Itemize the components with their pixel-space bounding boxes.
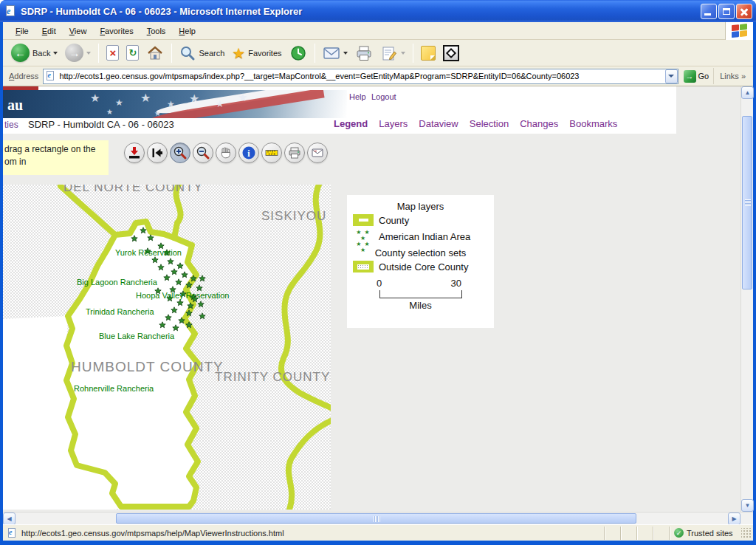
back-icon: ← <box>11 44 30 62</box>
edit-dropdown-icon[interactable] <box>401 52 405 55</box>
vertical-scroll-thumb[interactable] <box>742 116 752 289</box>
menu-edit[interactable]: Edit <box>35 24 63 38</box>
horizontal-scrollbar[interactable]: ◀ ▶ <box>3 512 753 524</box>
edit-page-icon <box>380 45 398 61</box>
favorites-button[interactable]: ★ Favorites <box>228 42 285 64</box>
forward-button[interactable]: → <box>61 42 94 64</box>
stop-button[interactable]: × <box>103 42 123 64</box>
outside-core-swatch <box>353 261 374 272</box>
resize-grip[interactable] <box>741 528 752 538</box>
county-label-del-norte: DEL NORTE COUNTY <box>63 185 203 195</box>
vertical-scrollbar[interactable]: ▲ ▼ <box>740 86 753 512</box>
scale-end: 30 <box>451 278 461 289</box>
menu-favorites[interactable]: Favorites <box>93 24 140 38</box>
logout-link[interactable]: Logout <box>371 92 396 101</box>
vertical-scroll-track[interactable] <box>741 99 753 499</box>
identify-icon: i <box>241 145 256 160</box>
breadcrumb-partial[interactable]: ties <box>4 120 18 130</box>
tab-bookmarks[interactable]: Bookmarks <box>569 118 617 129</box>
map-svg <box>3 185 331 510</box>
search-label: Search <box>199 49 224 58</box>
svg-text:1 2 3: 1 2 3 <box>268 152 275 156</box>
legend-item-aia: ★ ★ ★ ★ ★ ★ American Indian Area <box>347 228 494 244</box>
zoom-out-button[interactable] <box>193 143 213 163</box>
mail-button[interactable] <box>319 42 351 64</box>
measure-button[interactable]: 1 2 3 <box>261 143 282 163</box>
scrollbar-corner <box>740 513 753 525</box>
scroll-left-button[interactable]: ◀ <box>3 513 16 525</box>
menu-view[interactable]: View <box>63 24 94 38</box>
menu-file[interactable]: File <box>9 24 35 38</box>
scale-numbers: 0 30 <box>347 275 494 289</box>
status-pane <box>653 527 669 540</box>
pan-button[interactable] <box>216 143 236 163</box>
address-input[interactable] <box>59 70 664 83</box>
mail-icon <box>323 46 340 61</box>
tab-selection[interactable]: Selection <box>470 118 509 129</box>
area-label-yurok: Yurok Reservation <box>115 248 182 257</box>
zoom-in-button[interactable] <box>170 143 190 163</box>
scroll-down-button[interactable]: ▼ <box>741 499 754 512</box>
title-bar[interactable]: e SDRP - Humboldt CA - 06 - 06023 - Micr… <box>0 0 756 22</box>
zoom-full-extent-button[interactable] <box>124 143 145 163</box>
links-button[interactable]: Links » <box>713 68 750 84</box>
page-title: SDRP - Humboldt CA - 06 - 06023 <box>28 119 174 130</box>
close-button[interactable] <box>736 4 752 19</box>
tab-changes[interactable]: Changes <box>520 118 558 129</box>
status-bar: e http://ecots1.geo.census.gov/mtpsmaps/… <box>3 524 753 541</box>
previous-extent-button[interactable] <box>147 143 168 163</box>
forward-dropdown-icon[interactable] <box>86 52 91 55</box>
back-dropdown-icon[interactable] <box>53 52 58 55</box>
note-icon <box>421 46 436 61</box>
minimize-button[interactable] <box>701 4 717 19</box>
edit-button[interactable] <box>377 42 409 64</box>
horizontal-scroll-thumb[interactable] <box>116 513 636 524</box>
area-label-hoopa-valley: Hoopa Valley Reservation <box>136 291 229 300</box>
map-viewport[interactable]: DEL NORTE COUNTY SISKIYOU HUMBOLDT COUNT… <box>3 185 331 510</box>
page-favicon: e <box>46 71 56 81</box>
identify-button[interactable]: i <box>238 143 259 163</box>
print-button[interactable] <box>351 42 377 64</box>
back-button[interactable]: ← Back <box>7 42 61 64</box>
map-legend: Map layers County ★ ★ ★ ★ ★ ★ American I… <box>347 195 494 328</box>
mail-dropdown-icon[interactable] <box>343 52 348 55</box>
pan-hand-icon <box>219 145 233 160</box>
scroll-up-button[interactable]: ▲ <box>741 86 754 99</box>
messenger-button[interactable] <box>439 42 463 64</box>
go-label: Go <box>698 72 709 80</box>
stop-icon: × <box>106 45 119 61</box>
tab-legend[interactable]: Legend <box>334 118 368 129</box>
go-button[interactable]: → Go <box>684 70 709 83</box>
notes-button[interactable] <box>417 42 439 64</box>
refresh-button[interactable]: ↻ <box>123 42 142 64</box>
help-link[interactable]: Help <box>349 92 366 101</box>
history-button[interactable] <box>286 42 311 64</box>
search-button[interactable]: Search <box>176 42 228 64</box>
print-map-button[interactable] <box>284 143 305 163</box>
zoom-in-icon <box>173 145 188 160</box>
export-envelope-icon <box>310 145 325 160</box>
home-button[interactable] <box>142 42 168 64</box>
ie-page-icon: e <box>4 5 17 18</box>
address-dropdown-button[interactable] <box>665 69 678 83</box>
tab-dataview[interactable]: Dataview <box>419 118 458 129</box>
menu-tools[interactable]: Tools <box>140 24 173 38</box>
banner-partial-text: au <box>7 97 23 114</box>
address-field[interactable]: e <box>43 69 678 84</box>
outside-core-label: Outside Core County <box>379 261 468 272</box>
menu-help[interactable]: Help <box>172 24 202 38</box>
export-map-button[interactable] <box>307 143 328 163</box>
favorites-label: Favorites <box>248 49 281 58</box>
county-label-trinity: TRINITY COUNTY <box>215 370 330 385</box>
tab-layers[interactable]: Layers <box>379 118 408 129</box>
links-chevron-icon: » <box>741 72 746 80</box>
scroll-right-button[interactable]: ▶ <box>728 513 740 525</box>
instruction-tooltip: drag a rectangle on the om in <box>3 140 109 175</box>
legend-item-outside-core: Outside Core County <box>347 258 494 275</box>
search-icon <box>179 45 196 61</box>
legend-item-county: County <box>347 212 494 228</box>
horizontal-scroll-track[interactable] <box>16 513 728 524</box>
maximize-button[interactable] <box>718 4 735 19</box>
instruction-line2: om in <box>4 156 107 168</box>
toolbar-separator <box>413 44 413 63</box>
